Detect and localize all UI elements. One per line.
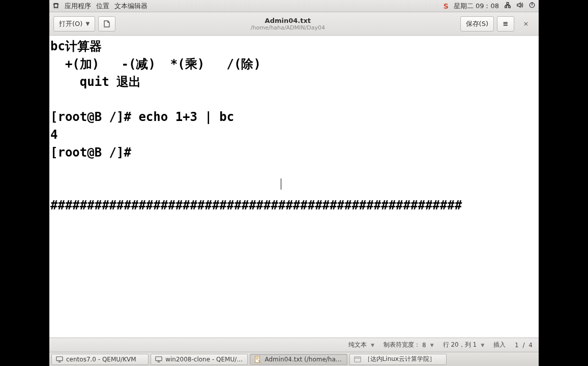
svg-rect-2 — [156, 356, 162, 360]
document-path: /home/haha/ADMIN/Day04 — [119, 24, 457, 31]
power-icon[interactable] — [528, 2, 536, 10]
network-icon[interactable] — [504, 2, 511, 10]
open-button[interactable]: 打开(O) ▼ — [53, 16, 95, 32]
activities-icon[interactable] — [52, 3, 60, 10]
menu-app[interactable]: 文本编辑器 — [114, 2, 148, 11]
syntax-mode-selector[interactable]: 纯文本▼ — [348, 341, 374, 349]
app-header: 打开(O) ▼ Admin04.txt /home/haha/ADMIN/Day… — [49, 12, 539, 36]
new-tab-button[interactable] — [98, 16, 115, 32]
close-icon: × — [523, 20, 529, 27]
menu-places[interactable]: 位置 — [96, 2, 109, 11]
input-method-icon[interactable]: S — [444, 2, 449, 10]
task-button-editor[interactable]: Admin04.txt (/home/haha/ADM… — [250, 354, 347, 365]
task-button-vm1[interactable]: centos7.0 - QEMU/KVM — [51, 354, 149, 365]
monitor-icon — [155, 356, 162, 363]
gnome-top-bar: 应用程序 位置 文本编辑器 S 星期二 09：08 — [49, 0, 539, 12]
text-editor-icon — [254, 356, 261, 363]
title-block: Admin04.txt /home/haha/ADMIN/Day04 — [119, 17, 457, 31]
save-button[interactable]: 保存(S) — [460, 16, 494, 32]
close-button[interactable]: × — [517, 16, 535, 32]
svg-rect-1 — [56, 356, 63, 360]
page-indicator: 1 / 4 — [515, 342, 533, 349]
task-button-other[interactable]: ［达内Linux云计算学院］ — [349, 354, 447, 365]
clock-text[interactable]: 星期二 09：08 — [454, 2, 499, 11]
document-title: Admin04.txt — [119, 17, 457, 24]
editor-area[interactable]: bc计算器 +(加) -(减) *(乘) /(除) quit 退出 [root@… — [49, 36, 539, 338]
open-button-label: 打开(O) — [59, 19, 82, 28]
task-button-vm2[interactable]: win2008-clone - QEMU/KVM — [151, 354, 248, 365]
chevron-down-icon: ▼ — [481, 343, 484, 348]
monitor-icon — [56, 356, 63, 363]
status-bar: 纯文本▼ 制表符宽度：8▼ 行 20，列 1▼ 插入 1 / 4 — [49, 338, 539, 352]
text-cursor — [281, 178, 281, 190]
menu-applications[interactable]: 应用程序 — [65, 2, 91, 11]
volume-icon[interactable] — [516, 2, 523, 10]
chevron-down-icon: ▼ — [430, 343, 434, 348]
document-icon — [103, 20, 111, 28]
svg-rect-4 — [354, 356, 360, 362]
menu-button[interactable]: ≡ — [497, 16, 514, 32]
hamburger-icon: ≡ — [503, 20, 509, 27]
tab-width-selector[interactable]: 制表符宽度：8▼ — [384, 341, 434, 349]
editor-content[interactable]: bc计算器 +(加) -(减) *(乘) /(除) quit 退出 [root@… — [49, 36, 539, 338]
cursor-position-selector[interactable]: 行 20，列 1▼ — [443, 341, 484, 349]
chevron-down-icon: ▼ — [85, 21, 90, 26]
insert-mode[interactable]: 插入 — [493, 341, 506, 349]
chevron-down-icon: ▼ — [371, 343, 374, 348]
window-icon — [354, 356, 361, 363]
window-task-bar: centos7.0 - QEMU/KVM win2008-clone - QEM… — [49, 352, 539, 366]
